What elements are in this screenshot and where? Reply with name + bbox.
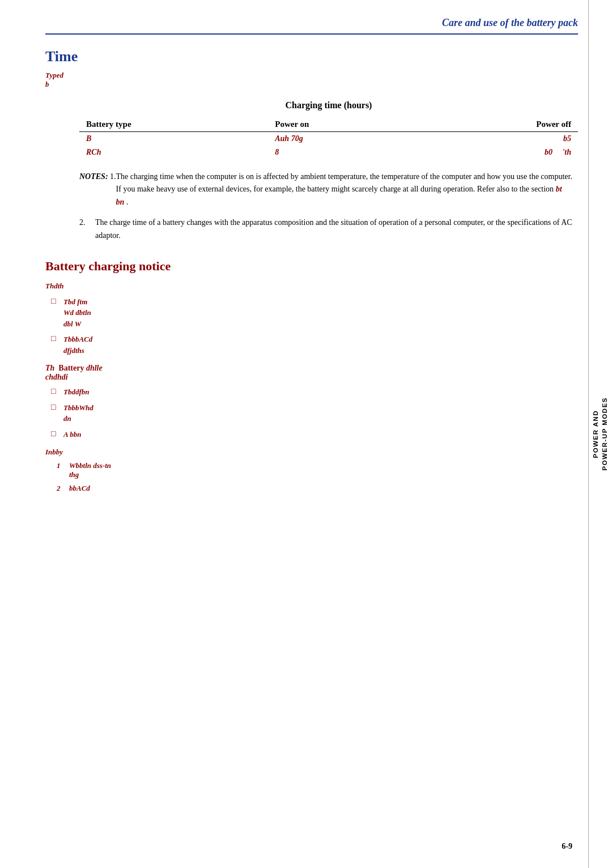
in-label: Inbby	[45, 448, 578, 457]
list-item: □ TbbbACddfjdths	[51, 334, 578, 356]
checkbox-icon: □	[51, 334, 63, 343]
note-item-1: NOTES: 1. The charging time when the com…	[79, 171, 578, 209]
list-item: □ Tbd ftmWd dbtlndbl W	[51, 296, 578, 330]
charging-table-container: Charging time (hours) Battery type Power…	[79, 100, 578, 159]
time-subtitle-line1: Typed b	[45, 71, 578, 89]
col-power-off: Power off	[422, 117, 578, 132]
list-item: □ Tbddfbn	[51, 386, 578, 398]
battery-sub-heading: Th Battery dhlle chdhdi	[45, 364, 578, 382]
sidebar-tab-text: POWER AND POWER-UP MODES	[591, 397, 609, 470]
page-number: 6-9	[562, 842, 572, 851]
table-row: RCh 8 b0 'th	[79, 146, 578, 159]
page-header: Care and use of the battery pack	[45, 17, 578, 35]
col-battery-type: Battery type	[79, 117, 268, 132]
col-power-on: Power on	[268, 117, 422, 132]
note-ref-2: bn	[116, 198, 125, 206]
time-section-title: Time	[45, 48, 578, 65]
checkbox-icon: □	[51, 387, 63, 396]
time-section: Time Typed b Charging time (hours) Batte…	[45, 48, 578, 242]
charging-table-title: Charging time (hours)	[79, 100, 578, 110]
note-item-2: 2. The charge time of a battery changes …	[79, 216, 578, 242]
sidebar-tab: POWER AND POWER-UP MODES	[588, 0, 612, 868]
bullet-list-1: □ Tbd ftmWd dbtlndbl W □ TbbbACddfjdths	[51, 296, 578, 356]
list-item: 1 Wbbtln dss-tnthg	[57, 461, 578, 479]
battery-intro: Thdth	[45, 282, 578, 291]
notes-list: NOTES: 1. The charging time when the com…	[79, 171, 578, 242]
list-item: 2 bbACd	[57, 484, 578, 493]
notes-section: NOTES: 1. The charging time when the com…	[45, 171, 578, 242]
battery-section: Battery charging notice Thdth □ Tbd ftmW…	[45, 259, 578, 493]
numbered-list: 1 Wbbtln dss-tnthg 2 bbACd	[45, 461, 578, 493]
checkbox-icon: □	[51, 297, 63, 306]
checkbox-icon: □	[51, 429, 63, 439]
list-item: □ TbbbWhddn	[51, 402, 578, 424]
checkbox-icon: □	[51, 403, 63, 412]
list-item: □ A bbn	[51, 429, 578, 440]
note-ref-1: bt	[556, 185, 562, 193]
header-title: Care and use of the battery pack	[442, 17, 578, 28]
charging-table: Battery type Power on Power off B Auh 70…	[79, 117, 578, 159]
table-row: B Auh 70g b5	[79, 132, 578, 146]
battery-section-title: Battery charging notice	[45, 259, 578, 274]
bullet-list-2: □ Tbddfbn □ TbbbWhddn □ A bbn	[51, 386, 578, 440]
